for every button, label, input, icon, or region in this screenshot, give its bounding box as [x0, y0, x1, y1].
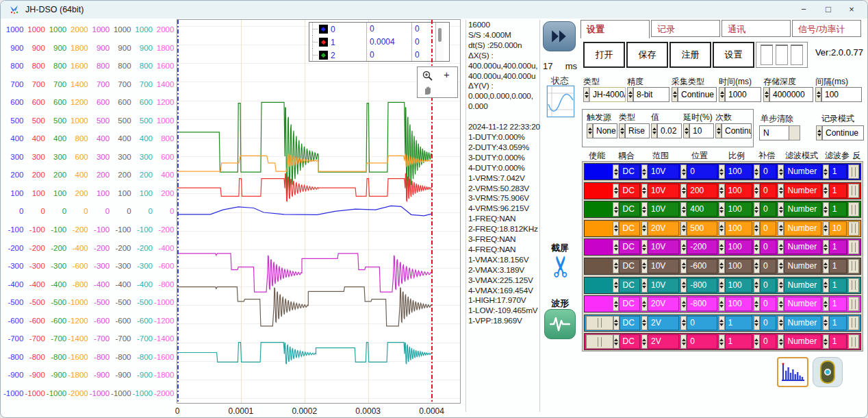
trigger-field-1-input[interactable]: Rise [625, 123, 650, 138]
spin-up-icon[interactable] [614, 282, 618, 284]
channel-filter_mode-value[interactable]: Number [784, 184, 821, 198]
record-mode-input[interactable]: Continue [822, 125, 864, 140]
spin-up-icon[interactable] [673, 91, 677, 94]
spinner-control[interactable] [680, 259, 687, 273]
channel-ratio-value[interactable]: 100 [725, 297, 752, 311]
spin-up-icon[interactable] [754, 206, 758, 209]
spinner-control[interactable] [680, 278, 687, 293]
maximize-button[interactable]: □ [817, 1, 840, 19]
spinner-control[interactable] [651, 123, 657, 138]
spin-down-icon[interactable] [585, 95, 589, 98]
spin-up-icon[interactable] [754, 301, 758, 304]
trigger-field-3-input[interactable]: 10 [689, 123, 714, 138]
channel-filter_param-value[interactable]: 1 [829, 202, 847, 217]
channel-range-value[interactable]: 10V [648, 184, 679, 198]
channel-enable-toggle[interactable] [586, 334, 613, 349]
channel-enable-toggle[interactable] [586, 278, 613, 293]
spinner-control[interactable] [823, 164, 829, 179]
spin-down-icon[interactable] [719, 173, 724, 175]
spinner-control[interactable] [778, 202, 784, 217]
spin-up-icon[interactable] [754, 262, 758, 265]
plot-legend[interactable]: ◆000◆10.00040◆200◆30.00040 [309, 22, 450, 62]
spin-up-icon[interactable] [642, 206, 646, 209]
spin-up-icon[interactable] [754, 169, 758, 171]
config-field-1-input[interactable]: 8-bit [633, 87, 669, 102]
channel-invert-toggle[interactable] [848, 202, 859, 217]
spin-down-icon[interactable] [779, 229, 783, 232]
spin-down-icon[interactable] [614, 286, 618, 288]
channel-ratio-value[interactable]: 100 [725, 278, 752, 293]
spinner-control[interactable] [719, 334, 725, 349]
spin-down-icon[interactable] [824, 343, 828, 345]
spin-up-icon[interactable] [642, 319, 646, 322]
spin-up-icon[interactable] [628, 91, 633, 94]
spin-up-icon[interactable] [682, 262, 686, 265]
spin-down-icon[interactable] [754, 286, 758, 288]
spin-up-icon[interactable] [614, 225, 618, 228]
channel-comp-value[interactable]: 0 [760, 202, 777, 217]
channel-position-value[interactable]: -800 [687, 297, 717, 311]
spin-up-icon[interactable] [754, 187, 758, 190]
spinner-control[interactable] [619, 123, 625, 138]
spin-down-icon[interactable] [588, 132, 592, 134]
channel-enable-toggle[interactable] [586, 259, 613, 273]
spin-down-icon[interactable] [824, 323, 828, 326]
channel-invert-toggle[interactable] [848, 278, 859, 293]
channel-filter_param-value[interactable]: 1 [829, 259, 847, 273]
channel-coupling-value[interactable]: DC [619, 202, 639, 217]
histogram-button[interactable] [777, 357, 808, 387]
trigger-field-0-input[interactable]: None [593, 123, 617, 138]
spinner-control[interactable] [754, 164, 760, 179]
spin-up-icon[interactable] [719, 244, 724, 247]
spinner-control[interactable] [719, 184, 725, 198]
channel-invert-toggle[interactable] [848, 221, 859, 236]
spinner-control[interactable] [754, 278, 760, 293]
spin-down-icon[interactable] [719, 343, 724, 345]
spin-down-icon[interactable] [754, 343, 758, 345]
spin-up-icon[interactable] [779, 262, 783, 265]
spinner-control[interactable] [754, 297, 760, 311]
spin-down-icon[interactable] [682, 248, 686, 251]
spin-up-icon[interactable] [682, 244, 686, 247]
spin-down-icon[interactable] [824, 286, 828, 288]
spinner-control[interactable] [613, 316, 620, 330]
spinner-control[interactable] [754, 221, 760, 236]
spin-down-icon[interactable] [719, 305, 724, 308]
channel-position-value[interactable]: 0 [687, 334, 717, 349]
legend-row[interactable]: ◆10.00040 [309, 36, 435, 49]
spin-down-icon[interactable] [779, 343, 783, 345]
spinner-control[interactable] [680, 334, 687, 349]
channel-filter_mode-value[interactable]: Number [784, 334, 821, 349]
hand-pan-icon[interactable] [422, 85, 433, 96]
spinner-control[interactable] [763, 87, 769, 102]
spinner-control[interactable] [719, 87, 725, 102]
spin-down-icon[interactable] [719, 323, 724, 326]
spin-down-icon[interactable] [642, 210, 646, 213]
spinner-control[interactable] [641, 184, 648, 198]
trigger-field-2-input[interactable]: 0.02 [657, 123, 682, 138]
channel-position-value[interactable]: 400 [687, 202, 717, 217]
spin-down-icon[interactable] [628, 95, 633, 98]
spinner-control[interactable] [719, 316, 725, 330]
spin-down-icon[interactable] [682, 323, 686, 326]
spin-down-icon[interactable] [719, 286, 724, 288]
channel-comp-value[interactable]: 0 [760, 316, 777, 330]
spin-up-icon[interactable] [682, 339, 686, 341]
spin-up-icon[interactable] [614, 206, 618, 209]
spin-up-icon[interactable] [719, 319, 724, 322]
waveform-button[interactable] [544, 309, 576, 339]
spin-down-icon[interactable] [824, 248, 828, 251]
spin-down-icon[interactable] [685, 132, 689, 134]
spinner-control[interactable] [719, 240, 725, 254]
spin-up-icon[interactable] [719, 282, 724, 284]
top-button-0[interactable]: 打开 [583, 42, 625, 68]
spin-down-icon[interactable] [614, 229, 618, 232]
spinner-control[interactable] [587, 123, 593, 138]
spin-up-icon[interactable] [720, 91, 724, 94]
spinner-control[interactable] [823, 202, 829, 217]
spin-down-icon[interactable] [779, 191, 783, 194]
spin-up-icon[interactable] [642, 339, 646, 341]
spin-up-icon[interactable] [614, 187, 618, 190]
spin-up-icon[interactable] [585, 91, 589, 94]
spin-down-icon[interactable] [614, 305, 618, 308]
